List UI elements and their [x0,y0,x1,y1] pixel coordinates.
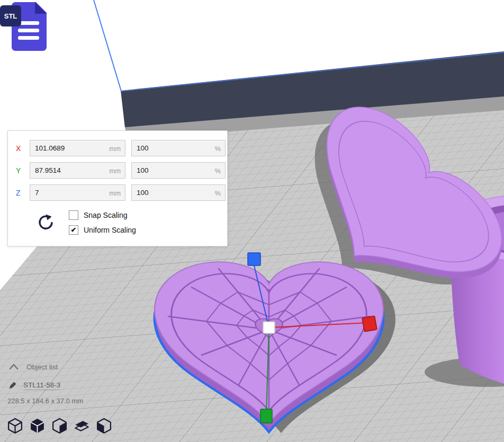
flat-sheet-icon [74,417,90,435]
axis-z-label: Z [16,189,24,197]
scale-x-percent-input[interactable] [131,140,226,156]
scale-y-mm-input[interactable] [30,162,125,179]
snap-scaling-label: Snap Scaling [84,211,128,219]
reset-scale-button[interactable] [36,213,54,233]
pencil-icon [7,380,18,391]
uniform-scaling-box-icon[interactable] [69,225,78,235]
stl-doc-line [18,29,39,32]
scale-z-percent-input[interactable] [131,184,226,201]
scale-tool-panel: X mm % Y mm % Z mm [7,130,228,246]
stl-badge-label: STL [4,12,17,20]
wireframe-cube-icon [7,417,23,435]
snap-scaling-box-icon[interactable] [69,210,78,220]
chevron-up-icon [7,363,20,370]
scale-z-mm-input[interactable] [30,184,125,201]
snap-scaling-checkbox[interactable]: Snap Scaling [69,210,136,220]
uniform-scaling-label: Uniform Scaling [84,226,136,234]
scale-handle-x-icon[interactable] [362,316,377,332]
scale-row-x: X mm % [16,140,219,156]
scale-handle-y-icon[interactable] [260,409,272,423]
solid-cube-icon [29,417,46,435]
object-list-panel: Object list STL11-58-3 228.5 x 184.6 x 3… [7,360,83,405]
open-box-icon [96,417,112,435]
scale-x-mm-input[interactable] [30,140,125,156]
model-heart-spiderweb-selected[interactable] [155,262,383,432]
view-mode-toolbar [7,417,112,435]
object-name[interactable]: STL11-58-3 [23,381,60,390]
uniform-scaling-checkbox[interactable]: Uniform Scaling [69,225,136,235]
view-mode-shaded-button[interactable] [29,417,46,435]
stl-file-icon[interactable]: STL [0,0,51,55]
object-list-label: Object list [26,363,58,371]
view-mode-layers-button[interactable] [74,417,90,435]
axis-y-label: Y [16,166,24,175]
scale-handle-center-icon[interactable] [263,322,275,333]
scale-row-y: Y mm % [16,162,219,179]
axis-x-label: X [16,144,24,153]
scale-y-percent-input[interactable] [131,162,226,179]
view-mode-xray-button[interactable] [51,417,68,435]
object-list-item[interactable]: STL11-58-3 [7,378,83,392]
stl-doc-line [18,36,39,40]
object-dimensions: 228.5 x 184.6 x 37.0 mm [7,397,83,405]
scale-handle-z-icon[interactable] [248,253,260,266]
scale-row-z: Z mm % [16,184,219,201]
half-cube-icon [51,417,68,435]
view-mode-preview-button[interactable] [96,417,112,435]
application-window: STL X mm % Y mm % [0,0,504,442]
buildvolume-edge-line [94,0,121,91]
scale-options-row: Snap Scaling Uniform Scaling [16,210,219,235]
view-mode-solid-button[interactable] [7,417,23,435]
object-list-toggle[interactable]: Object list [7,360,83,373]
reset-arrow-icon [36,213,54,231]
